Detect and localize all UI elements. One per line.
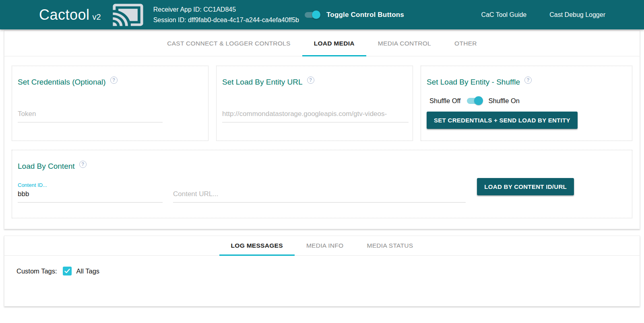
log-messages-body: Custom Tags: All Tags — [4, 256, 640, 275]
custom-tags-label: Custom Tags: — [17, 267, 57, 275]
load-by-content-id-url-button[interactable]: LOAD BY CONTENT ID/URL — [477, 178, 574, 195]
cast-icon — [111, 3, 144, 27]
shuffle-on-label: Shuffle On — [488, 97, 520, 105]
token-field — [18, 108, 163, 122]
panel-load-by-entity-shuffle: Set Load By Entity - Shuffle ? Shuffle O… — [421, 66, 632, 141]
help-icon[interactable]: ? — [307, 77, 314, 84]
main-tab-bar: CAST CONNECT & LOGGER CONTROLS LOAD MEDI… — [4, 31, 640, 56]
main-card: CAST CONNECT & LOGGER CONTROLS LOAD MEDI… — [4, 30, 640, 229]
link-cac-tool-guide[interactable]: CaC Tool Guide — [481, 11, 527, 19]
set-credentials-send-load-by-entity-button[interactable]: SET CREDENTIALS + SEND LOAD BY ENTITY — [427, 112, 578, 129]
token-input[interactable] — [18, 108, 163, 122]
load-by-entity-shuffle-title-text: Set Load By Entity - Shuffle — [427, 78, 520, 87]
app-header: Cactool v2 Receiver App ID: CC1AD845 Ses… — [0, 0, 644, 29]
content-id-label: Content ID... — [18, 182, 163, 188]
entity-url-field — [222, 108, 409, 122]
custom-tags-row: Custom Tags: All Tags — [17, 267, 632, 275]
tab-media-status[interactable]: MEDIA STATUS — [355, 236, 425, 255]
entity-url-input[interactable] — [222, 108, 409, 122]
load-by-content-title: Load By Content ? — [18, 162, 626, 171]
session-id-text: Session ID: dff9fab0-dcea-4c17-a244-ca4e… — [153, 15, 299, 25]
load-media-panels-row: Set Credentials (Optional) ? Set Load By… — [12, 66, 632, 141]
toggle-knob — [474, 96, 483, 105]
panel-load-by-entity-url: Set Load By Entity URL ? — [216, 66, 413, 141]
help-icon[interactable]: ? — [79, 161, 87, 168]
link-cast-debug-logger[interactable]: Cast Debug Logger — [549, 11, 605, 19]
all-tags-checkbox[interactable] — [63, 267, 72, 275]
panel-load-by-content: Load By Content ? Content ID... LOAD BY … — [12, 150, 632, 218]
session-info: Receiver App ID: CC1AD845 Session ID: df… — [153, 4, 299, 25]
content-url-input[interactable] — [173, 188, 466, 202]
page: Cactool v2 Receiver App ID: CC1AD845 Ses… — [0, 0, 644, 323]
load-by-content-title-text: Load By Content — [18, 162, 75, 171]
toggle-control-buttons-label: Toggle Control Buttons — [326, 11, 404, 19]
app-logo: Cactool v2 — [39, 6, 101, 23]
help-icon[interactable]: ? — [110, 77, 118, 84]
set-credentials-title: Set Credentials (Optional) ? — [18, 78, 202, 87]
shuffle-toggle-row: Shuffle Off Shuffle On — [429, 97, 626, 105]
tab-media-control[interactable]: MEDIA CONTROL — [366, 31, 443, 56]
toggle-knob — [312, 10, 320, 19]
shuffle-off-label: Shuffle Off — [429, 97, 460, 105]
log-tab-bar: LOG MESSAGES MEDIA INFO MEDIA STATUS — [4, 236, 640, 256]
set-credentials-title-text: Set Credentials (Optional) — [18, 78, 106, 87]
shuffle-toggle[interactable] — [467, 98, 482, 104]
receiver-app-id-text: Receiver App ID: CC1AD845 — [153, 4, 299, 15]
content-url-field — [173, 188, 466, 203]
header-links: CaC Tool Guide Cast Debug Logger — [481, 11, 644, 19]
content-id-field: Content ID... — [18, 182, 163, 203]
tab-media-info[interactable]: MEDIA INFO — [295, 236, 355, 255]
load-by-entity-url-title-text: Set Load By Entity URL — [222, 78, 303, 87]
panel-set-credentials: Set Credentials (Optional) ? — [12, 66, 208, 141]
tab-log-messages[interactable]: LOG MESSAGES — [219, 236, 295, 255]
app-version: v2 — [93, 12, 101, 22]
load-by-content-row: Content ID... LOAD BY CONTENT ID/URL — [18, 178, 626, 203]
checkmark-icon — [64, 269, 70, 273]
load-by-entity-url-title: Set Load By Entity URL ? — [222, 78, 407, 87]
tab-other[interactable]: OTHER — [443, 31, 489, 56]
log-card: LOG MESSAGES MEDIA INFO MEDIA STATUS Cus… — [4, 236, 640, 306]
load-by-entity-shuffle-title: Set Load By Entity - Shuffle ? — [427, 78, 626, 87]
app-title: Cactool — [39, 6, 90, 23]
content-id-input[interactable] — [18, 188, 163, 202]
all-tags-label: All Tags — [76, 267, 99, 275]
control-buttons-toggle[interactable] — [305, 12, 319, 18]
tab-load-media[interactable]: LOAD MEDIA — [302, 31, 366, 56]
help-icon[interactable]: ? — [524, 77, 532, 84]
tab-cast-connect-logger-controls[interactable]: CAST CONNECT & LOGGER CONTROLS — [155, 31, 302, 56]
